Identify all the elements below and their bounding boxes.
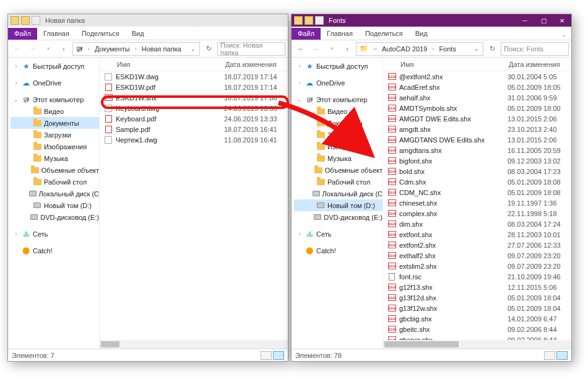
file-row[interactable]: SHX Cdm.shx 05.01.2009 18:08 — [383, 176, 571, 187]
nav-quick-access[interactable]: › ★ Быстрый доступ — [294, 60, 383, 72]
breadcrumb-segment[interactable]: Новая папка — [140, 45, 183, 53]
file-row[interactable]: Чертеж1.dwg 11.08.2019 16:41 — [100, 134, 288, 145]
search-input[interactable]: Поиск: Новая папка — [217, 42, 285, 56]
tab-file[interactable]: Файл — [8, 28, 37, 40]
file-row[interactable]: SHX extfont2.shx 27.07.2006 12:33 — [383, 240, 571, 250]
recent-button[interactable]: ▾ — [325, 42, 339, 56]
nav-item[interactable]: Локальный диск (C — [11, 188, 99, 199]
file-row[interactable]: SHX g13f12d.shx 05.01.2009 18:04 — [383, 292, 571, 303]
expander-icon[interactable]: ⌄ — [296, 97, 303, 103]
ribbon-toggle-icon[interactable]: ⌄ — [556, 30, 571, 40]
refresh-button[interactable]: ↻ — [202, 45, 215, 53]
nav-onedrive[interactable]: › ☁ OneDrive — [294, 77, 383, 89]
nav-network[interactable]: › 🖧 Сеть — [11, 228, 99, 240]
file-row[interactable]: Keyboard.pdf 24.06.2019 13:33 — [100, 113, 288, 124]
tab-share[interactable]: Поделиться — [76, 28, 126, 40]
file-row[interactable]: SHX complex.shx 22.11.1998 5:18 — [383, 208, 571, 219]
column-name[interactable]: Имя — [400, 61, 509, 68]
nav-item[interactable]: Документы — [11, 117, 99, 129]
nav-quick-access[interactable]: › ★ Быстрый доступ — [11, 60, 99, 72]
titlebar[interactable]: Fonts ─ ▢ ✕ — [292, 14, 571, 27]
file-row[interactable]: SHX g12f13.shx 12.11.2015 5:06 — [383, 282, 571, 292]
nav-item[interactable]: Изображения — [294, 141, 383, 152]
nav-this-pc[interactable]: ⌄ 🖳 Этот компьютер — [11, 94, 99, 105]
column-name[interactable]: Имя — [117, 61, 225, 68]
nav-item[interactable]: Новый том (D:) — [11, 199, 99, 211]
file-row[interactable]: SHX amgdtans.shx 16.11.2005 20:59 — [383, 145, 571, 155]
breadcrumb-segment[interactable]: Fonts — [437, 45, 458, 53]
nav-onedrive[interactable]: › ☁ OneDrive — [11, 77, 99, 89]
file-row[interactable]: SHX AMDTSymbols.shx 05.01.2009 18:00 — [383, 103, 571, 113]
minimize-button[interactable]: ─ — [516, 14, 534, 27]
file-row[interactable]: SHX gbeitc.shx 09.02.2006 8:44 — [383, 324, 571, 334]
file-row[interactable]: SHX amgdt.shx 23.10.2013 2:40 — [383, 124, 571, 134]
horizontal-scrollbar[interactable] — [383, 340, 571, 349]
nav-item[interactable]: Рабочий стол — [294, 176, 383, 188]
tab-view[interactable]: Вид — [409, 28, 434, 40]
chevron-down-icon[interactable]: ⌄ — [188, 46, 198, 52]
file-row[interactable]: SHX g13f12w.shx 05.01.2009 18:04 — [383, 303, 571, 313]
nav-item[interactable]: Загрузки — [11, 129, 99, 141]
nav-this-pc[interactable]: ⌄ 🖳 Этот компьютер — [294, 94, 383, 105]
file-row[interactable]: SHX dim.shx 08.03.2004 17:24 — [383, 219, 571, 229]
file-row[interactable]: ESKD1W.dwg 18.07.2019 17:14 — [100, 71, 288, 82]
file-row[interactable]: SHX AMGDTANS DWE Edits.shx 13.01.2015 2:… — [383, 134, 571, 145]
expander-icon[interactable]: › — [13, 80, 19, 86]
breadcrumb-segment[interactable]: AutoCAD 2019 — [380, 45, 429, 53]
horizontal-scrollbar[interactable] — [100, 340, 288, 349]
nav-item[interactable]: Новый том (D:) — [294, 199, 383, 211]
nav-item[interactable]: Объемные объект — [11, 164, 99, 176]
nav-item[interactable]: Изображения — [11, 141, 99, 152]
forward-button[interactable]: → — [309, 42, 323, 56]
tab-home[interactable]: Главная — [37, 28, 76, 40]
file-row[interactable]: Keyboard.dwg 24.06.2019 13:33 — [100, 103, 288, 113]
tab-share[interactable]: Поделиться — [359, 28, 409, 40]
view-thumbs-button[interactable] — [544, 351, 555, 360]
chevron-down-icon[interactable] — [315, 16, 324, 25]
view-thumbs-button[interactable] — [261, 351, 272, 360]
up-button[interactable]: ↑ — [57, 42, 71, 56]
nav-item[interactable]: Видео — [294, 105, 383, 117]
expander-icon[interactable]: › — [296, 80, 303, 86]
file-row[interactable]: SHX bold.shx 08.03.2004 17:23 — [383, 166, 571, 176]
file-row[interactable]: SHX gbcbig.shx 14.01.2009 6:47 — [383, 313, 571, 324]
file-row[interactable]: Sample.pdf 18.07.2019 16:41 — [100, 124, 288, 134]
expander-icon[interactable]: ⌄ — [13, 97, 19, 103]
file-row[interactable]: SHX AcadEref.shx 05.01.2009 18:05 — [383, 82, 571, 92]
file-row[interactable]: SHX extslim2.shx 09.07.2009 23:20 — [383, 261, 571, 271]
file-row[interactable]: SHX AMGDT DWE Edits.shx 13.01.2015 2:06 — [383, 113, 571, 124]
file-row[interactable]: SHX chineset.shx 19.11.1997 1:36 — [383, 198, 571, 208]
nav-network[interactable]: › 🖧 Сеть — [294, 228, 383, 240]
up-button[interactable]: ↑ — [340, 42, 354, 56]
nav-catch[interactable]: ⬤ Catch! — [294, 245, 383, 256]
nav-item[interactable]: Объемные объект — [294, 164, 383, 176]
nav-item[interactable]: Локальный диск (C — [294, 188, 383, 199]
nav-item[interactable]: Видео — [11, 105, 99, 117]
file-row[interactable]: SHX extfont.shx 28.11.2003 10:01 — [383, 229, 571, 240]
titlebar[interactable]: Новая папка — [8, 14, 288, 27]
column-date[interactable]: Дата изменения — [509, 61, 571, 68]
chevron-down-icon[interactable]: ⌄ — [472, 46, 482, 52]
breadcrumb[interactable]: 🖳 › Документы › Новая папка ⌄ — [72, 42, 200, 56]
file-list[interactable]: SHX @extfont2.shx 30.01.2004 5:05SHX Aca… — [383, 71, 571, 349]
nav-item[interactable]: Загрузки — [294, 129, 383, 141]
file-row[interactable]: SHX CDM_NC.shx 05.01.2009 18:08 — [383, 187, 571, 198]
file-list[interactable]: ESKD1W.dwg 18.07.2019 17:14 ESKD1W.pdf 1… — [100, 71, 288, 349]
search-input[interactable]: Поиск: Fonts — [501, 42, 569, 56]
file-row[interactable]: SHX bigfont.shx 09.12.2003 13:02 — [383, 155, 571, 166]
expander-icon[interactable]: › — [296, 231, 303, 237]
expander-icon[interactable]: › — [296, 63, 303, 69]
nav-item[interactable]: Рабочий стол — [11, 176, 99, 188]
nav-item[interactable]: Документы — [294, 117, 383, 129]
view-details-button[interactable] — [273, 351, 284, 360]
expander-icon[interactable]: › — [13, 231, 19, 237]
tab-home[interactable]: Главная — [321, 28, 359, 40]
nav-catch[interactable]: ⬤ Catch! — [11, 245, 99, 256]
refresh-button[interactable]: ↻ — [485, 45, 499, 53]
nav-item[interactable]: DVD-дисковод (E:) — [11, 211, 99, 223]
breadcrumb[interactable]: 📁 ‹‹ AutoCAD 2019 › Fonts ⌄ — [356, 42, 483, 56]
recent-button[interactable]: ▾ — [41, 42, 55, 56]
back-button[interactable]: ← — [294, 42, 308, 56]
file-row[interactable]: ESKD1W.pdf 18.07.2019 17:14 — [100, 82, 288, 92]
expander-icon[interactable]: › — [13, 63, 19, 69]
